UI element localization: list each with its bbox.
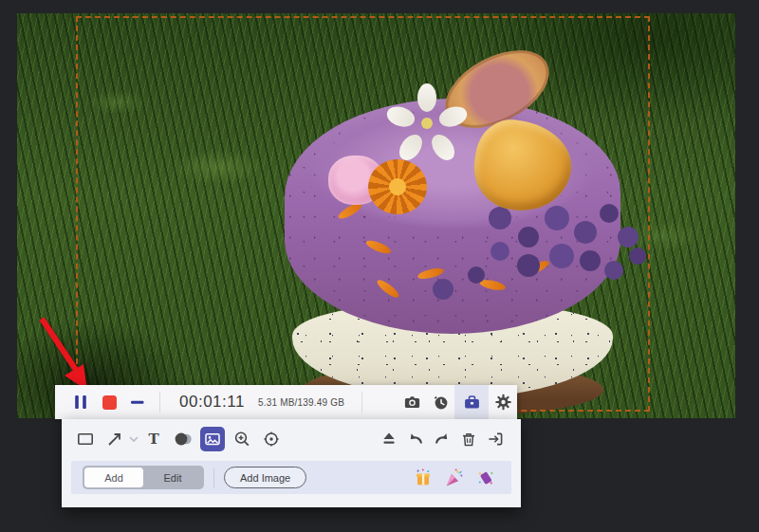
gift-button[interactable]: [413, 466, 434, 490]
arrow-icon: [105, 430, 124, 449]
arrow-tool-button[interactable]: [102, 427, 127, 451]
storage-info: 5.31 MB/139.49 GB: [258, 397, 344, 408]
firecracker-button[interactable]: [475, 466, 496, 490]
toolbar-divider: [159, 392, 160, 413]
stop-icon: [102, 395, 117, 410]
step-circles-icon: [173, 430, 194, 449]
image-options-strip: Add Edit Add Image: [71, 461, 511, 494]
gear-icon: [493, 393, 513, 412]
magnifier-plus-icon: [232, 430, 251, 449]
text-icon: T: [148, 432, 158, 447]
toolbox-icon: [462, 393, 482, 412]
image-tool-button[interactable]: [200, 427, 225, 451]
chevron-down-icon: [129, 436, 139, 443]
recording-timer: 00:01:11: [179, 393, 245, 412]
target-icon: [262, 430, 281, 449]
exit-icon: [486, 430, 505, 449]
clock-icon: [431, 393, 451, 412]
party-popper-button[interactable]: [444, 466, 465, 490]
pause-button[interactable]: [66, 385, 95, 419]
cake-photo: [285, 64, 626, 418]
screenshot-button[interactable]: [398, 385, 426, 419]
pause-icon: [71, 393, 90, 412]
stop-button[interactable]: [95, 385, 123, 419]
minus-icon: [128, 393, 147, 412]
clear-drawings-button[interactable]: [377, 427, 401, 451]
undo-button[interactable]: [403, 427, 428, 451]
white-flower: [397, 82, 457, 142]
rectangle-tool-button[interactable]: [73, 427, 98, 451]
eject-icon: [380, 430, 398, 449]
image-icon: [203, 430, 222, 449]
rectangle-icon: [76, 430, 95, 449]
strip-divider: [213, 468, 214, 487]
add-edit-segmented-control: Add Edit: [83, 466, 204, 489]
toolbox-button[interactable]: [454, 385, 489, 419]
party-popper-icon: [444, 468, 465, 488]
arrow-tool-dropdown[interactable]: [128, 427, 139, 451]
add-image-button[interactable]: Add Image: [224, 467, 306, 488]
zoom-in-tool-button[interactable]: [230, 427, 254, 451]
toolbox-panel: T: [62, 419, 521, 507]
annotation-tools-row: T: [62, 419, 521, 459]
captured-screen-photo: [17, 13, 735, 418]
text-tool-button[interactable]: T: [141, 427, 166, 451]
delete-button[interactable]: [456, 427, 481, 451]
undo-icon: [406, 430, 425, 449]
gift-icon: [413, 468, 434, 488]
minimize-button[interactable]: [123, 385, 152, 419]
recording-toolbar: 00:01:11 5.31 MB/139.49 GB: [55, 385, 517, 419]
close-toolbox-button[interactable]: [483, 427, 508, 451]
firecracker-icon: [475, 468, 496, 488]
redo-button[interactable]: [430, 427, 454, 451]
trash-icon: [459, 430, 478, 449]
tab-add[interactable]: Add: [84, 468, 143, 487]
step-number-tool-button[interactable]: [171, 427, 195, 451]
settings-button[interactable]: [489, 385, 517, 419]
record-length-button[interactable]: [426, 385, 454, 419]
toolbar-divider: [361, 392, 362, 413]
spotlight-tool-button[interactable]: [259, 427, 284, 451]
tab-edit[interactable]: Edit: [143, 468, 202, 487]
camera-icon: [402, 393, 422, 412]
marigold-flower: [368, 159, 427, 214]
redo-icon: [433, 430, 452, 449]
